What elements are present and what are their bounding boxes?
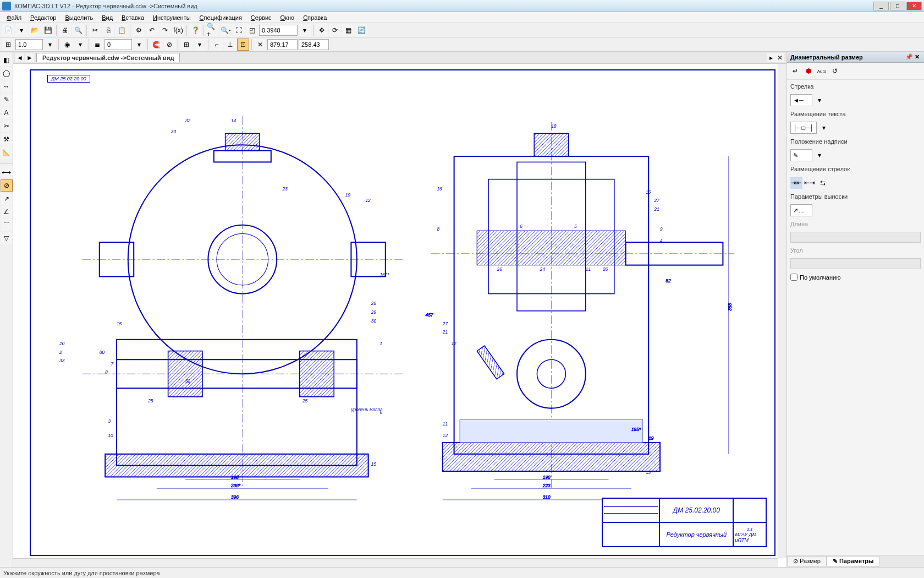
arrows-outside-button[interactable]: ⇤⇥ <box>804 177 816 189</box>
angular-dim-icon[interactable]: ∠ <box>1 206 13 218</box>
panel-close-icon[interactable]: ✕ <box>913 53 921 61</box>
svg-text:29: 29 <box>371 309 377 315</box>
zoom-dropdown[interactable]: ▾ <box>299 24 311 36</box>
paste-button[interactable]: 📋 <box>116 24 128 36</box>
horizontal-scrollbar[interactable] <box>13 558 778 567</box>
edit-panel-icon[interactable]: ✂ <box>1 120 13 132</box>
help-button[interactable]: ❓ <box>189 24 201 36</box>
state-dropdown[interactable]: ▾ <box>74 39 86 51</box>
props-button[interactable]: ⚙ <box>133 24 145 36</box>
panel-pin-icon[interactable]: 📌 <box>905 53 913 61</box>
layer-dropdown[interactable]: ▾ <box>133 39 145 51</box>
save-button[interactable]: 💾 <box>42 24 54 36</box>
close-button[interactable]: ✕ <box>906 2 922 10</box>
menu-select[interactable]: Выделить <box>61 13 97 22</box>
layers-icon[interactable]: ≣ <box>91 39 103 51</box>
zoom-value-input[interactable] <box>259 25 298 36</box>
document-tab-active[interactable]: Редуктор червячный.cdw ->Системный вид <box>36 53 180 62</box>
arrow-style-combo[interactable]: ◄─ <box>790 94 812 106</box>
dim-panel-icon[interactable]: ↔ <box>1 80 13 92</box>
preview-button[interactable]: 🔍 <box>72 24 84 36</box>
arrow-dropdown[interactable]: ▾ <box>813 94 826 106</box>
radial-dim-icon[interactable]: ↗ <box>1 193 13 205</box>
new-dropdown[interactable]: ▾ <box>15 24 28 36</box>
layer-input[interactable] <box>105 39 132 50</box>
zoom-out-button[interactable]: 🔍- <box>219 24 232 36</box>
svg-text:27: 27 <box>654 198 660 203</box>
tab-next-button[interactable]: ► <box>25 53 34 62</box>
menu-tools[interactable]: Инструменты <box>148 13 195 22</box>
tab-list-button[interactable]: ▸ <box>767 53 776 62</box>
vertical-scrollbar[interactable] <box>778 64 787 558</box>
stop-button[interactable]: ⬢ <box>802 65 815 77</box>
auto-button[interactable]: Auto <box>816 65 828 77</box>
new-button[interactable]: 📄 <box>2 24 14 36</box>
views-button[interactable]: ▦ <box>342 24 354 36</box>
zoom-in-button[interactable]: 🔍+ <box>206 24 218 36</box>
menu-window[interactable]: Окно <box>276 13 299 22</box>
copy-button[interactable]: ⎘ <box>102 24 114 36</box>
apply-button[interactable]: ↵ <box>789 65 801 77</box>
default-checkbox[interactable] <box>790 274 798 281</box>
tab-prev-button[interactable]: ◄ <box>15 53 24 62</box>
tab-close-button[interactable]: ✕ <box>776 53 784 62</box>
open-button[interactable]: 📂 <box>29 24 41 36</box>
undo-button[interactable]: ↶ <box>146 24 158 36</box>
coord-y-input[interactable] <box>299 39 329 50</box>
svg-text:8: 8 <box>437 226 439 232</box>
label-position-combo[interactable]: ✎ <box>790 149 812 161</box>
round-button[interactable]: ⊡ <box>237 39 249 51</box>
arc-dim-icon[interactable]: ⌒ <box>1 219 13 231</box>
param-panel-icon[interactable]: ⚒ <box>1 133 13 145</box>
minimize-button[interactable]: _ <box>873 2 889 10</box>
linear-dim-icon[interactable]: ⟷ <box>1 166 13 178</box>
state-button[interactable]: ◉ <box>61 39 73 51</box>
menu-help[interactable]: Справка <box>299 13 331 22</box>
svg-text:24: 24 <box>540 266 546 272</box>
compact-panel-icon[interactable]: ◧ <box>1 54 13 66</box>
ortho-button[interactable]: ⌐ <box>211 39 223 51</box>
reset-button[interactable]: ↺ <box>829 65 841 77</box>
tab-params[interactable]: ✎ Параметры <box>827 556 880 566</box>
height-dim-icon[interactable]: ▽ <box>1 232 13 244</box>
arrows-inside-button[interactable]: ⇥⇤ <box>790 177 802 189</box>
snap-magnet-button[interactable]: 🧲 <box>150 39 162 51</box>
geom-panel-icon[interactable]: ◯ <box>1 67 13 79</box>
menu-spec[interactable]: Спецификация <box>195 13 246 22</box>
maximize-button[interactable]: □ <box>890 2 905 10</box>
menu-service[interactable]: Сервис <box>246 13 276 22</box>
notation-panel-icon[interactable]: ✎ <box>1 94 13 106</box>
step-icon[interactable]: ⊞ <box>2 39 14 51</box>
pan-button[interactable]: ✥ <box>316 24 328 36</box>
text-placement-dropdown[interactable]: ▾ <box>818 122 830 134</box>
text-placement-combo[interactable]: ├─□─┤ <box>790 122 817 134</box>
leader-params-combo[interactable]: ↗… <box>790 204 812 216</box>
zoom-window-button[interactable]: ◰ <box>246 24 258 36</box>
redraw-button[interactable]: ⟳ <box>329 24 341 36</box>
grid-dropdown[interactable]: ▾ <box>194 39 206 51</box>
arrows-auto-button[interactable]: ⇆ <box>817 177 829 189</box>
snap-off-button[interactable]: ⊘ <box>163 39 175 51</box>
refresh-button[interactable]: 🔄 <box>355 24 367 36</box>
measure-panel-icon[interactable]: 📐 <box>1 146 13 159</box>
step-input[interactable] <box>15 39 43 50</box>
default-checkbox-row[interactable]: По умолчанию <box>790 274 921 281</box>
canvas-viewport[interactable]: ДМ 25.02.20.00 <box>13 64 787 567</box>
tab-size[interactable]: ⊘ Размер <box>787 556 827 566</box>
label-position-dropdown[interactable]: ▾ <box>813 149 826 161</box>
menu-edit[interactable]: Редактор <box>26 13 61 22</box>
fx-button[interactable]: f(x) <box>172 24 184 36</box>
menu-insert[interactable]: Вставка <box>117 13 148 22</box>
cut-button[interactable]: ✂ <box>89 24 101 36</box>
text-panel-icon[interactable]: A <box>1 107 13 119</box>
diameter-dim-icon[interactable]: ⊘ <box>1 179 13 192</box>
print-button[interactable]: 🖨 <box>59 24 71 36</box>
perp-button[interactable]: ⊥ <box>224 39 236 51</box>
redo-button[interactable]: ↷ <box>159 24 171 36</box>
grid-button[interactable]: ⊞ <box>180 39 193 51</box>
menu-file[interactable]: Файл <box>2 13 26 22</box>
menu-view[interactable]: Вид <box>97 13 117 22</box>
zoom-fit-button[interactable]: ⛶ <box>233 24 245 36</box>
coord-x-input[interactable] <box>267 39 298 50</box>
step-dropdown[interactable]: ▾ <box>44 39 56 51</box>
